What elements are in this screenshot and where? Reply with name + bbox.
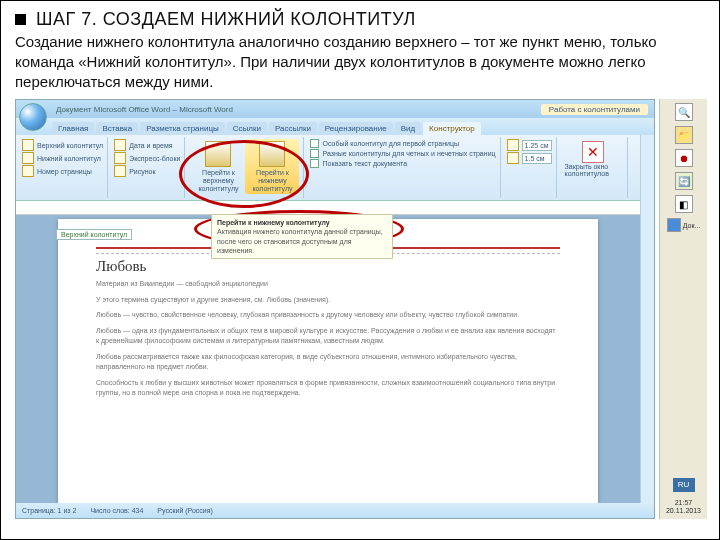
btn-parts[interactable]: Экспресс-блоки <box>114 152 180 164</box>
contextual-title: Работа с колонтитулами <box>541 104 648 115</box>
date-icon <box>114 139 126 151</box>
article-l1: У этого термина существуют и другие знач… <box>96 295 560 306</box>
article-l4: Любовь рассматривается также как философ… <box>96 352 560 373</box>
highlight-circle-1 <box>179 140 309 208</box>
margin-top-icon <box>507 139 519 151</box>
lang-indicator[interactable]: RU <box>673 478 695 492</box>
screenshot: Документ Microsoft Office Word – Microso… <box>15 99 707 519</box>
bullet-icon <box>15 14 26 25</box>
pagenum-icon <box>22 165 34 177</box>
article-l2: Любовь — чувство, свойственное человеку,… <box>96 310 560 321</box>
article-sub: Материал из Википедии — свободной энцикл… <box>96 279 560 290</box>
btn-picture[interactable]: Рисунок <box>114 165 180 177</box>
picture-icon <box>114 165 126 177</box>
word-window: Документ Microsoft Office Word – Microso… <box>15 99 655 519</box>
group-insert: Дата и время Экспресс-блоки Рисунок <box>110 137 185 198</box>
chk-show-doc[interactable]: Показать текст документа <box>310 159 495 168</box>
tab-references[interactable]: Ссылки <box>227 122 267 135</box>
tab-mailings[interactable]: Рассылки <box>269 122 317 135</box>
word-doc-icon <box>667 218 681 232</box>
pos-bottom[interactable]: 1.5 см <box>507 152 552 164</box>
tab-layout[interactable]: Разметка страницы <box>140 122 225 135</box>
btn-close-hf[interactable]: ✕ Закрыть окно колонтитулов <box>563 139 623 179</box>
footer-icon <box>22 152 34 164</box>
tooltip-desc: Активация нижнего колонтитула данной стр… <box>217 228 383 253</box>
tab-review[interactable]: Рецензирование <box>319 122 393 135</box>
os-record-icon[interactable]: ⏺ <box>675 149 693 167</box>
article-l5: Способность к любви у высших животных мо… <box>96 378 560 399</box>
tab-home[interactable]: Главная <box>52 122 94 135</box>
btn-date[interactable]: Дата и время <box>114 139 180 151</box>
tooltip: Перейти к нижнему колонтитулу Активация … <box>211 214 393 258</box>
tab-insert[interactable]: Вставка <box>96 122 138 135</box>
chk-odd-even[interactable]: Разные колонтитулы для четных и нечетных… <box>310 149 495 158</box>
status-page: Страница: 1 из 2 <box>22 507 76 514</box>
status-lang: Русский (Россия) <box>157 507 213 514</box>
taskbar-doc[interactable]: Док... <box>667 218 701 232</box>
group-close: ✕ Закрыть окно колонтитулов <box>559 137 628 198</box>
article-l3: Любовь — одна из фундаментальных и общих… <box>96 326 560 347</box>
ribbon: Верхний колонтитул Нижний колонтитул Ном… <box>16 135 654 201</box>
checkbox-icon <box>310 149 319 158</box>
btn-footer[interactable]: Нижний колонтитул <box>22 152 103 164</box>
os-search-icon[interactable]: 🔍 <box>675 103 693 121</box>
title-bar: Документ Microsoft Office Word – Microso… <box>16 100 654 118</box>
checkbox-icon <box>310 139 319 148</box>
scrollbar-v[interactable] <box>640 135 654 503</box>
os-refresh-icon[interactable]: 🔄 <box>675 172 693 190</box>
status-words: Число слов: 434 <box>90 507 143 514</box>
group-options: Особый колонтитул для первой страницы Ра… <box>306 137 500 198</box>
os-folder-icon[interactable]: 📁 <box>675 126 693 144</box>
group-position: 1.25 см 1.5 см <box>503 137 557 198</box>
os-panel: 🔍 📁 ⏺ 🔄 ◧ Док... RU 21:57 20.11.2013 <box>659 99 707 519</box>
btn-pagenum[interactable]: Номер страницы <box>22 165 103 177</box>
group-header-footer: Верхний колонтитул Нижний колонтитул Ном… <box>18 137 108 198</box>
slide-body: Создание нижнего колонтитула аналогично … <box>1 32 719 97</box>
btn-header[interactable]: Верхний колонтитул <box>22 139 103 151</box>
margin-bottom-icon <box>507 152 519 164</box>
hf-tag: Верхний колонтитул <box>56 229 132 240</box>
ribbon-tabs: Главная Вставка Разметка страницы Ссылки… <box>16 118 654 135</box>
header-icon <box>22 139 34 151</box>
tooltip-title: Перейти к нижнему колонтитулу <box>217 219 330 226</box>
close-icon: ✕ <box>582 141 604 163</box>
slide-title: ШАГ 7. СОЗДАЕМ НИЖНИЙ КОЛОНТИТУЛ <box>36 9 416 30</box>
page: Верхний колонтитул Любовь Материал из Ви… <box>58 219 598 505</box>
clock: 21:57 20.11.2013 <box>666 497 701 520</box>
os-app-icon[interactable]: ◧ <box>675 195 693 213</box>
tab-design-ctx[interactable]: Конструктор <box>423 122 481 135</box>
parts-icon <box>114 152 126 164</box>
pos-top[interactable]: 1.25 см <box>507 139 552 151</box>
article-title: Любовь <box>96 258 560 275</box>
document-area[interactable]: Верхний колонтитул Любовь Материал из Ви… <box>16 215 654 505</box>
checkbox-icon <box>310 159 319 168</box>
status-bar: Страница: 1 из 2 Число слов: 434 Русский… <box>16 503 654 518</box>
tab-view[interactable]: Вид <box>395 122 421 135</box>
chk-first-page[interactable]: Особый колонтитул для первой страницы <box>310 139 495 148</box>
window-title: Документ Microsoft Office Word – Microso… <box>56 105 233 114</box>
